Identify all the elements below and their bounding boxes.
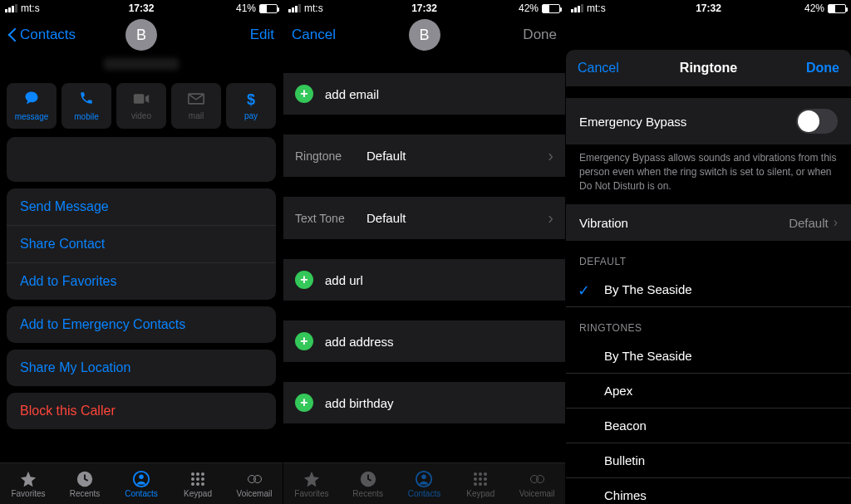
plus-icon: + — [295, 271, 313, 289]
quick-actions: message mobile video mail $ pay — [0, 83, 283, 137]
battery-icon — [828, 4, 846, 13]
message-label: message — [15, 112, 49, 121]
message-action[interactable]: message — [7, 83, 57, 129]
add-favorites-option[interactable]: Add to Favorites — [7, 262, 276, 300]
video-icon — [133, 91, 150, 109]
svg-point-4 — [139, 474, 144, 479]
contact-header — [0, 58, 283, 83]
tab-contacts[interactable]: Contacts — [113, 463, 170, 504]
texttone-value: Default — [366, 211, 406, 225]
nav-bar: Cancel B Done — [283, 17, 565, 53]
texttone-row[interactable]: Text Tone Default › — [283, 197, 565, 239]
contact-edit-pane: mt:s 17:32 42% Cancel B Done + add email… — [283, 0, 566, 504]
pay-label: pay — [244, 111, 258, 120]
tab-keypad-label: Keypad — [184, 489, 212, 498]
contact-avatar[interactable]: B — [125, 19, 157, 51]
battery-icon — [259, 4, 278, 13]
chevron-right-icon: › — [548, 146, 553, 165]
status-bar: mt:s 17:32 42% — [566, 0, 851, 17]
texttone-label: Text Tone — [295, 212, 355, 225]
contact-options-group-2: Add to Emergency Contacts — [7, 306, 276, 343]
mobile-label: mobile — [74, 112, 98, 121]
add-address-row[interactable]: + add address — [283, 321, 565, 362]
contact-options-group-3: Share My Location — [7, 350, 276, 386]
message-icon — [23, 91, 40, 110]
tab-voicemail[interactable]: Voicemail — [226, 463, 283, 504]
ringtone-pane: mt:s 17:32 42% Cancel Ringtone Done Emer… — [566, 0, 851, 504]
default-ringtone-item[interactable]: ✓ By The Seaside — [566, 272, 851, 307]
tab-voicemail[interactable]: Voicemail — [509, 463, 565, 504]
tab-contacts[interactable]: Contacts — [396, 463, 453, 504]
svg-rect-0 — [134, 94, 145, 104]
tab-favorites[interactable]: Favorites — [0, 463, 57, 504]
nav-bar: Contacts B Edit — [0, 17, 283, 53]
add-url-row[interactable]: + add url — [283, 259, 565, 301]
add-birthday-row[interactable]: + add birthday — [283, 382, 565, 423]
checkmark-icon: ✓ — [578, 281, 590, 300]
ringtone-item[interactable]: Bulletin — [566, 443, 851, 478]
tab-favorites-label: Favorites — [11, 489, 45, 498]
cancel-button[interactable]: Cancel — [578, 61, 619, 76]
battery-icon — [542, 4, 560, 13]
contact-options-group-4: Block this Caller — [7, 393, 276, 429]
add-address-label: add address — [325, 335, 394, 349]
tab-bar: Favorites Recents Contacts Keypad Voicem… — [0, 462, 283, 504]
tab-favorites-label: Favorites — [294, 489, 328, 498]
add-birthday-label: add birthday — [325, 396, 394, 410]
status-time: 17:32 — [0, 2, 283, 14]
share-location-option[interactable]: Share My Location — [7, 350, 276, 386]
star-icon — [19, 470, 37, 488]
tab-recents-label: Recents — [70, 489, 101, 498]
tab-recents[interactable]: Recents — [57, 463, 113, 504]
tab-keypad[interactable]: Keypad — [452, 463, 509, 504]
add-email-label: add email — [325, 87, 379, 101]
ringtone-item[interactable]: By The Seaside — [566, 339, 851, 374]
tab-recents[interactable]: Recents — [340, 463, 396, 504]
ringtone-value: Default — [366, 149, 406, 163]
clock-icon — [76, 470, 94, 488]
tab-voicemail-label: Voicemail — [519, 489, 555, 498]
pay-action[interactable]: $ pay — [226, 83, 276, 129]
ringtone-item[interactable]: Chimes — [566, 478, 851, 504]
contacts-icon — [415, 470, 433, 488]
contact-options-group-1: Send Message Share Contact Add to Favori… — [7, 188, 276, 300]
vibration-label: Vibration — [579, 216, 628, 230]
contacts-icon — [132, 470, 150, 488]
emergency-bypass-switch[interactable] — [796, 109, 838, 134]
done-button[interactable]: Done — [806, 61, 839, 76]
plus-icon: + — [295, 394, 313, 412]
clock-icon — [359, 470, 377, 488]
mail-icon — [188, 91, 204, 109]
video-action: video — [116, 83, 166, 129]
vibration-row[interactable]: Vibration Default › — [566, 204, 851, 241]
ringtone-item[interactable]: Apex — [566, 374, 851, 409]
emergency-bypass-row[interactable]: Emergency Bypass — [566, 98, 851, 144]
emergency-bypass-label: Emergency Bypass — [579, 115, 686, 129]
contact-avatar[interactable]: B — [409, 19, 440, 51]
ringtone-row[interactable]: Ringtone Default › — [283, 135, 565, 177]
mobile-action[interactable]: mobile — [61, 83, 111, 129]
add-url-label: add url — [325, 273, 363, 287]
emergency-bypass-description: Emergency Bypass allows sounds and vibra… — [566, 144, 851, 204]
voicemail-icon — [248, 470, 262, 488]
ringtone-list: By The SeasideApexBeaconBulletinChimesCi… — [566, 339, 851, 504]
tab-recents-label: Recents — [352, 489, 383, 498]
info-placeholder — [7, 137, 276, 182]
block-caller-option[interactable]: Block this Caller — [7, 393, 276, 429]
send-message-option[interactable]: Send Message — [7, 188, 276, 225]
tab-favorites[interactable]: Favorites — [283, 463, 340, 504]
mail-label: mail — [189, 111, 204, 120]
tab-keypad[interactable]: Keypad — [170, 463, 226, 504]
keypad-icon — [474, 470, 487, 488]
dollar-icon: $ — [247, 91, 255, 109]
mail-action: mail — [171, 83, 221, 129]
tab-keypad-label: Keypad — [466, 489, 494, 498]
status-time: 17:32 — [283, 2, 565, 14]
add-emergency-option[interactable]: Add to Emergency Contacts — [7, 306, 276, 343]
add-email-row[interactable]: + add email — [283, 73, 565, 115]
share-contact-option[interactable]: Share Contact — [7, 225, 276, 262]
svg-point-7 — [422, 474, 427, 479]
voicemail-icon — [530, 470, 544, 488]
ringtone-label: Ringtone — [295, 149, 355, 163]
ringtone-item[interactable]: Beacon — [566, 409, 851, 443]
